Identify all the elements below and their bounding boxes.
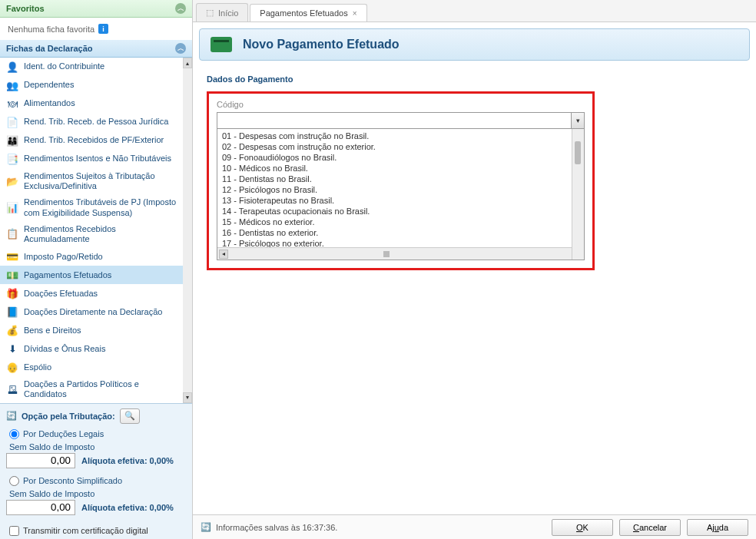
ficha-icon: 📑 [6, 153, 18, 165]
aliquota-1: Alíquota efetiva: 0,00% [81, 456, 174, 465]
ficha-icon: 👨‍👩‍👦 [6, 134, 18, 147]
tab-pagamentos[interactable]: Pagamentos Efetuados × [250, 4, 366, 21]
refresh-icon: 🔄 [201, 522, 211, 532]
ficha-label: Doações Diretamente na Declaração [24, 307, 177, 317]
dropdown-option[interactable]: 17 - Psicólogos no exterior. [217, 238, 584, 247]
ficha-label: Rendimentos Sujeitos à Tributação Exclus… [24, 171, 177, 191]
sidebar-item[interactable]: 👴Espólio [0, 358, 183, 376]
ficha-label: Pagamentos Efetuados [24, 270, 177, 280]
sidebar-item[interactable]: 📄Rend. Trib. Receb. de Pessoa Jurídica [0, 113, 183, 131]
dropdown-option[interactable]: 02 - Despesas com instrução no exterior. [217, 141, 584, 152]
ficha-icon: 👥 [6, 79, 18, 91]
help-button[interactable]: Ajuda [687, 519, 748, 536]
valor-desconto[interactable] [6, 500, 75, 515]
fichas-header[interactable]: Fichas da Declaração ︿ [0, 40, 192, 58]
favorites-empty: Nenhuma ficha favorita i [0, 18, 192, 40]
scroll-up-icon[interactable]: ▴ [183, 58, 192, 68]
sidebar-item[interactable]: 💰Bens e Direitos [0, 321, 183, 339]
sidebar-item[interactable]: 📊Rendimentos Tributáveis de PJ (Imposto … [0, 194, 183, 220]
ficha-label: Rendimentos Isentos e Não Tributáveis [24, 154, 177, 164]
sidebar-item[interactable]: 📂Rendimentos Sujeitos à Tributação Exclu… [0, 168, 183, 194]
ficha-icon: 👴 [6, 361, 18, 373]
ficha-label: Rend. Trib. Recebidos de PF/Exterior [24, 135, 177, 145]
sidebar-item[interactable]: 🗳Doações a Partidos Políticos e Candidat… [0, 376, 183, 402]
dropdown-option[interactable]: 09 - Fonoaudiólogos no Brasil. [217, 152, 584, 163]
fichas-list: 👤Ident. do Contribuinte👥Dependentes🍽Alim… [0, 58, 183, 403]
tab-inicio[interactable]: ⬚ Início [196, 3, 248, 21]
ficha-label: Rendimentos Tributáveis de PJ (Imposto c… [24, 197, 177, 217]
sidebar-item[interactable]: 👥Dependentes [0, 76, 183, 94]
favorites-title: Favoritos [6, 4, 45, 13]
sidebar-item[interactable]: 💵Pagamentos Efetuados [0, 266, 183, 284]
dropdown-vscroll[interactable] [572, 129, 584, 260]
dropdown-option[interactable]: 11 - Dentistas no Brasil. [217, 174, 584, 184]
ficha-icon: 📄 [6, 116, 18, 128]
tab-bar: ⬚ Início Pagamentos Efetuados × [193, 0, 756, 22]
dropdown-option[interactable]: 15 - Médicos no exterior. [217, 217, 584, 227]
page-title: Novo Pagamento Efetuado [243, 38, 400, 51]
radio-desconto-input[interactable] [9, 476, 19, 486]
dropdown-option[interactable]: 12 - Psicólogos no Brasil. [217, 184, 584, 195]
fichas-title: Fichas da Declaração [6, 44, 93, 53]
search-button[interactable]: 🔍 [120, 408, 140, 424]
ficha-icon: 💵 [6, 269, 18, 281]
ok-button[interactable]: OK [552, 519, 613, 536]
dropdown-button[interactable]: ▾ [571, 112, 585, 129]
cancel-button[interactable]: Cancelar [619, 519, 681, 536]
tributacao-panel: 🔄 Opção pela Tributação: 🔍 Por Deduções … [0, 403, 192, 540]
sidebar-item[interactable]: 👨‍👩‍👦Rend. Trib. Recebidos de PF/Exterio… [0, 131, 183, 150]
dropdown-option[interactable]: 14 - Terapeutas ocupacionais no Brasil. [217, 206, 584, 217]
dropdown-option[interactable]: 13 - Fisioterapeutas no Brasil. [217, 195, 584, 206]
radio-desconto[interactable]: Por Desconto Simplificado [6, 475, 186, 488]
footer-bar: 🔄 Informações salvas às 16:37:36. OK Can… [193, 514, 756, 539]
sidebar-item[interactable]: 📑Rendimentos Isentos e Não Tributáveis [0, 150, 183, 168]
ficha-label: Alimentandos [24, 98, 177, 108]
sidebar-item[interactable]: 💳Imposto Pago/Retido [0, 247, 183, 266]
ficha-icon: 💳 [6, 250, 18, 263]
dropdown-option[interactable]: 10 - Médicos no Brasil. [217, 163, 584, 174]
info-icon[interactable]: i [98, 24, 108, 34]
ficha-icon: ⬇ [6, 342, 18, 355]
ficha-icon: 📊 [6, 202, 18, 214]
codigo-dropdown: 01 - Despesas com instrução no Brasil.02… [217, 129, 585, 260]
valor-deducoes[interactable] [6, 453, 75, 468]
sidebar-item[interactable]: ⬇Dívidas e Ônus Reais [0, 339, 183, 358]
scroll-down-icon[interactable]: ▾ [183, 392, 192, 403]
favorites-header[interactable]: Favoritos ︿ [0, 0, 192, 18]
opcao-label: Opção pela Tributação: [22, 412, 115, 421]
ficha-label: Dependentes [24, 80, 177, 90]
dropdown-option[interactable]: 01 - Despesas com instrução no Brasil. [217, 131, 584, 141]
sidebar-item[interactable]: 📋Rendimentos Recebidos Acumuladamente [0, 221, 183, 247]
ficha-label: Rend. Trib. Receb. de Pessoa Jurídica [24, 117, 177, 127]
ficha-label: Imposto Pago/Retido [24, 252, 177, 262]
ficha-icon: 🍽 [6, 98, 18, 110]
ficha-label: Dívidas e Ônus Reais [24, 344, 177, 354]
dropdown-hscroll[interactable]: ◂ ▸ [217, 247, 584, 260]
sidebar-scrollbar[interactable]: ▴ ▾ [183, 58, 192, 403]
sidebar-item[interactable]: 🎁Doações Efetuadas [0, 284, 183, 303]
ficha-label: Doações a Partidos Políticos e Candidato… [24, 379, 177, 399]
chevron-up-icon: ︿ [175, 3, 186, 14]
highlight-box: Código ▾ 01 - Despesas com instrução no … [207, 91, 595, 270]
transmitir-row[interactable]: Transmitir com certificação digital [6, 521, 186, 540]
ficha-label: Doações Efetuadas [24, 289, 177, 299]
ficha-icon: 📘 [6, 306, 18, 318]
ficha-label: Espólio [24, 362, 177, 372]
radio-deducoes[interactable]: Por Deduções Legais [6, 428, 186, 441]
sidebar-item[interactable]: 🍽Alimentandos [0, 94, 183, 113]
sidebar-item[interactable]: 👤Ident. do Contribuinte [0, 58, 183, 76]
sidebar-item[interactable]: 📘Doações Diretamente na Declaração [0, 303, 183, 321]
scroll-left-icon[interactable]: ◂ [219, 250, 228, 259]
aliquota-2: Alíquota efetiva: 0,00% [81, 503, 174, 512]
dropdown-option[interactable]: 16 - Dentistas no exterior. [217, 227, 584, 238]
transmitir-checkbox[interactable] [9, 526, 19, 536]
payment-icon [211, 37, 232, 52]
radio-deducoes-input[interactable] [9, 429, 19, 439]
codigo-input[interactable] [217, 112, 571, 129]
close-icon[interactable]: × [353, 9, 357, 18]
ficha-icon: 📋 [6, 228, 18, 240]
status-text: Informações salvas às 16:37:36. [216, 523, 337, 532]
sem-saldo-2: Sem Saldo de Imposto [6, 489, 186, 498]
ficha-label: Bens e Direitos [24, 326, 177, 336]
chevron-up-icon: ︿ [175, 43, 186, 54]
